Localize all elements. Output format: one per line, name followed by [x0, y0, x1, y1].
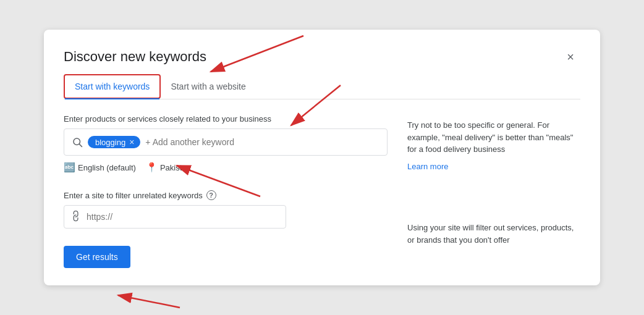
svg-line-6 — [118, 295, 180, 308]
search-icon — [72, 136, 83, 148]
footer: Get results — [64, 246, 388, 268]
locale-row: 🔤 English (default) 📍 Pakistan — [64, 162, 388, 173]
left-panel: Enter products or services closely relat… — [64, 114, 388, 268]
tab-keywords[interactable]: Start with keywords — [64, 74, 161, 99]
get-results-button[interactable]: Get results — [64, 246, 130, 268]
chip-close-button[interactable]: × — [129, 137, 134, 147]
discover-keywords-dialog: Discover new keywords × Start with keywo… — [44, 30, 600, 285]
learn-more-link[interactable]: Learn more — [407, 161, 580, 173]
keyword-field-label: Enter products or services closely relat… — [64, 114, 388, 124]
keyword-input-area[interactable]: blogging × — [64, 128, 388, 156]
location-label: Pakistan — [160, 163, 191, 172]
help-icon[interactable]: ? — [206, 190, 216, 200]
dialog-title: Discover new keywords — [64, 49, 206, 65]
language-label: English (default) — [78, 163, 136, 172]
tabs-container: Start with keywords Start with a website — [64, 74, 580, 99]
tab-website[interactable]: Start with a website — [161, 74, 255, 99]
keyword-chip: blogging × — [88, 136, 140, 148]
language-item[interactable]: 🔤 English (default) — [64, 162, 136, 173]
site-input[interactable] — [87, 212, 278, 222]
link-icon — [69, 209, 84, 224]
svg-line-1 — [79, 144, 82, 146]
keyword-hint-text: Try not to be too specific or general. F… — [407, 119, 580, 172]
site-hint-text: Using your site will filter out services… — [407, 222, 580, 246]
site-input-area[interactable] — [64, 205, 286, 229]
site-filter-label: Enter a site to filter unrelated keyword… — [64, 190, 388, 200]
site-filter-section: Enter a site to filter unrelated keyword… — [64, 190, 388, 229]
chip-text: blogging — [95, 138, 125, 147]
location-item[interactable]: 📍 Pakistan — [146, 162, 191, 173]
keyword-input[interactable] — [145, 137, 379, 147]
main-content: Enter products or services closely relat… — [64, 114, 580, 268]
language-icon: 🔤 — [64, 162, 75, 173]
close-button[interactable]: × — [561, 47, 580, 67]
right-panel: Try not to be too specific or general. F… — [407, 114, 580, 268]
dialog-header: Discover new keywords × — [64, 47, 580, 67]
location-icon: 📍 — [146, 162, 158, 173]
